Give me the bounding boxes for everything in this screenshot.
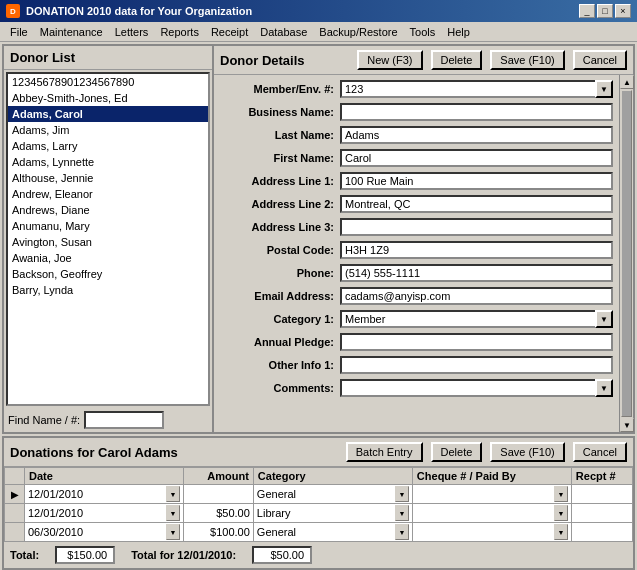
- list-item[interactable]: Andrews, Diane: [8, 202, 208, 218]
- recpt-cell-1[interactable]: [571, 485, 632, 504]
- list-item[interactable]: Adams, Larry: [8, 138, 208, 154]
- comments-label: Comments:: [220, 382, 340, 394]
- recpt-input-1[interactable]: [575, 488, 629, 500]
- list-item[interactable]: Barry, Lynda: [8, 282, 208, 298]
- minimize-button[interactable]: _: [579, 4, 595, 18]
- date-dropdown-3[interactable]: ▼: [166, 524, 180, 540]
- business-name-input[interactable]: [340, 103, 613, 121]
- menu-receipt[interactable]: Receipt: [205, 24, 254, 40]
- menu-reports[interactable]: Reports: [154, 24, 205, 40]
- window-controls[interactable]: _ □ ×: [579, 4, 631, 18]
- batch-entry-button[interactable]: Batch Entry: [346, 442, 423, 462]
- new-button[interactable]: New (F3): [357, 50, 422, 70]
- category1-input[interactable]: [340, 310, 595, 328]
- address1-label: Address Line 1:: [220, 175, 340, 187]
- comments-dropdown-icon[interactable]: ▼: [595, 379, 613, 397]
- category1-dropdown-icon[interactable]: ▼: [595, 310, 613, 328]
- list-item[interactable]: Avington, Susan: [8, 234, 208, 250]
- scroll-thumb[interactable]: [621, 90, 632, 417]
- menu-database[interactable]: Database: [254, 24, 313, 40]
- address1-input[interactable]: [340, 172, 613, 190]
- cheque-dropdown-3[interactable]: ▼: [554, 524, 568, 540]
- list-item[interactable]: Andrew, Eleanor: [8, 186, 208, 202]
- scroll-down-arrow[interactable]: ▼: [620, 418, 634, 432]
- close-button[interactable]: ×: [615, 4, 631, 18]
- recpt-input-3[interactable]: [575, 526, 629, 538]
- last-name-input[interactable]: [340, 126, 613, 144]
- date-input-3[interactable]: [28, 526, 166, 538]
- category-input-3[interactable]: [257, 526, 395, 538]
- menu-file[interactable]: File: [4, 24, 34, 40]
- donor-list-container[interactable]: 12345678901234567890 Abbey-Smith-Jones, …: [6, 72, 210, 406]
- cheque-cell-3[interactable]: ▼: [412, 523, 571, 542]
- cheque-cell-2[interactable]: ▼: [412, 504, 571, 523]
- list-item[interactable]: Adams, Lynnette: [8, 154, 208, 170]
- date-cell-1[interactable]: ▼: [25, 485, 184, 504]
- date-dropdown-1[interactable]: ▼: [166, 486, 180, 502]
- address2-input[interactable]: [340, 195, 613, 213]
- category-input-1[interactable]: [257, 488, 395, 500]
- menu-letters[interactable]: Letters: [109, 24, 155, 40]
- category-cell-1[interactable]: ▼: [253, 485, 412, 504]
- address3-input[interactable]: [340, 218, 613, 236]
- list-item[interactable]: Awania, Joe: [8, 250, 208, 266]
- scroll-up-arrow[interactable]: ▲: [620, 75, 634, 89]
- comments-input[interactable]: [340, 379, 595, 397]
- amount-cell-2[interactable]: [184, 504, 254, 523]
- category-dropdown-2[interactable]: ▼: [395, 505, 409, 521]
- cheque-dropdown-1[interactable]: ▼: [554, 486, 568, 502]
- category-input-2[interactable]: [257, 507, 395, 519]
- date-cell-2[interactable]: ▼: [25, 504, 184, 523]
- menu-maintenance[interactable]: Maintenance: [34, 24, 109, 40]
- amount-input-2[interactable]: [187, 507, 250, 519]
- donations-cancel-button[interactable]: Cancel: [573, 442, 627, 462]
- other-info1-input[interactable]: [340, 356, 613, 374]
- amount-input-1[interactable]: [187, 488, 250, 500]
- save-button[interactable]: Save (F10): [490, 50, 564, 70]
- cheque-dropdown-2[interactable]: ▼: [554, 505, 568, 521]
- postal-input[interactable]: [340, 241, 613, 259]
- category-dropdown-3[interactable]: ▼: [395, 524, 409, 540]
- cheque-input-2[interactable]: [416, 507, 554, 519]
- date-input-2[interactable]: [28, 507, 166, 519]
- menu-help[interactable]: Help: [441, 24, 476, 40]
- details-scrollbar[interactable]: ▲ ▼: [619, 75, 633, 432]
- list-item[interactable]: Abbey-Smith-Jones, Ed: [8, 90, 208, 106]
- category-dropdown-1[interactable]: ▼: [395, 486, 409, 502]
- list-item-selected[interactable]: Adams, Carol: [8, 106, 208, 122]
- email-input[interactable]: [340, 287, 613, 305]
- recpt-cell-3[interactable]: [571, 523, 632, 542]
- date-input-1[interactable]: [28, 488, 166, 500]
- cheque-cell-1[interactable]: ▼: [412, 485, 571, 504]
- recpt-cell-2[interactable]: [571, 504, 632, 523]
- donations-delete-button[interactable]: Delete: [431, 442, 483, 462]
- member-env-dropdown-icon[interactable]: ▼: [595, 80, 613, 98]
- details-header: Donor Details New (F3) Delete Save (F10)…: [214, 46, 633, 75]
- recpt-input-2[interactable]: [575, 507, 629, 519]
- menu-tools[interactable]: Tools: [404, 24, 442, 40]
- annual-pledge-input[interactable]: [340, 333, 613, 351]
- cheque-input-1[interactable]: [416, 488, 554, 500]
- cancel-button[interactable]: Cancel: [573, 50, 627, 70]
- amount-cell-1[interactable]: [184, 485, 254, 504]
- list-item[interactable]: Althouse, Jennie: [8, 170, 208, 186]
- date-dropdown-2[interactable]: ▼: [166, 505, 180, 521]
- date-cell-3[interactable]: ▼: [25, 523, 184, 542]
- cheque-input-3[interactable]: [416, 526, 554, 538]
- category-cell-3[interactable]: ▼: [253, 523, 412, 542]
- category-cell-2[interactable]: ▼: [253, 504, 412, 523]
- phone-input[interactable]: [340, 264, 613, 282]
- amount-input-3[interactable]: [187, 526, 250, 538]
- first-name-input[interactable]: [340, 149, 613, 167]
- delete-button[interactable]: Delete: [431, 50, 483, 70]
- donations-save-button[interactable]: Save (F10): [490, 442, 564, 462]
- menu-backup-restore[interactable]: Backup/Restore: [313, 24, 403, 40]
- amount-cell-3[interactable]: [184, 523, 254, 542]
- member-env-input[interactable]: [340, 80, 595, 98]
- list-item[interactable]: Backson, Geoffrey: [8, 266, 208, 282]
- maximize-button[interactable]: □: [597, 4, 613, 18]
- list-item[interactable]: 12345678901234567890: [8, 74, 208, 90]
- list-item[interactable]: Anumanu, Mary: [8, 218, 208, 234]
- list-item[interactable]: Adams, Jim: [8, 122, 208, 138]
- find-name-input[interactable]: [84, 411, 164, 429]
